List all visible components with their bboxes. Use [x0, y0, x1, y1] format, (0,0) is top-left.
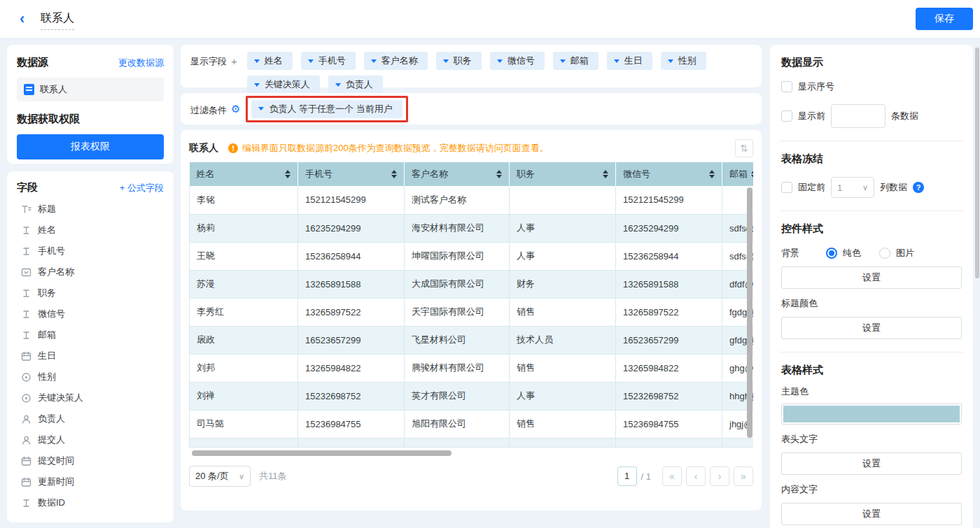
image-radio[interactable]	[879, 248, 890, 259]
sort-carets-icon[interactable]	[391, 170, 397, 178]
field-item[interactable]: 更新时间	[17, 471, 164, 492]
table-vertical-scrollbar[interactable]	[747, 187, 752, 438]
field-item[interactable]: 职务	[17, 283, 164, 304]
help-icon[interactable]: ?	[913, 182, 924, 193]
datasource-item[interactable]: 联系人	[17, 78, 164, 101]
solid-color-label: 纯色	[843, 247, 861, 259]
table-row[interactable]: 李秀红13265897522天宇国际有限公司销售13265897522fgdgf…	[190, 298, 754, 326]
table-horizontal-scrollbar[interactable]	[189, 450, 753, 456]
table-row[interactable]: 王晓15236258944坤曜国际有限公司人事15236258944sdfs@1	[190, 242, 754, 270]
content-text-set-button[interactable]: 设置	[781, 503, 962, 525]
field-item[interactable]: 生日	[17, 345, 164, 366]
sort-carets-icon[interactable]	[709, 170, 715, 178]
warning-icon: !	[228, 143, 238, 153]
add-formula-field-link[interactable]: + 公式字段	[120, 182, 164, 194]
display-field-tag[interactable]: 职务	[436, 52, 482, 70]
add-display-field-icon[interactable]: +	[231, 55, 237, 80]
field-item[interactable]: 性别	[17, 366, 164, 387]
last-page-button[interactable]: »	[734, 466, 753, 486]
table-body: 李铭152121545299测试客户名称152121545299杨莉162352…	[190, 186, 754, 448]
current-page-input[interactable]: 1	[617, 466, 637, 486]
title-color-set-button[interactable]: 设置	[781, 317, 962, 339]
column-header[interactable]: 姓名	[190, 162, 298, 186]
next-page-button[interactable]: ›	[710, 466, 729, 486]
member-field-icon	[21, 414, 31, 424]
save-button[interactable]: 保存	[916, 8, 973, 30]
display-field-tag[interactable]: 手机号	[301, 52, 356, 70]
chevron-down-icon: ∨	[862, 183, 868, 192]
first-page-button[interactable]: «	[662, 466, 682, 486]
display-field-tag[interactable]: 性别	[661, 52, 706, 70]
sort-carets-icon[interactable]	[751, 170, 753, 178]
datasource-heading: 数据源	[17, 56, 48, 69]
freeze-checkbox[interactable]	[781, 182, 792, 193]
sort-carets-icon[interactable]	[603, 170, 608, 178]
field-item[interactable]: 微信号	[17, 304, 164, 324]
field-item[interactable]: 提交时间	[17, 450, 164, 471]
column-header[interactable]: 职务	[510, 162, 616, 186]
display-field-tag[interactable]: 姓名	[247, 52, 293, 70]
background-set-button[interactable]: 设置	[781, 266, 962, 289]
display-field-tag[interactable]: 关键决策人	[247, 76, 320, 94]
preview-table: 姓名手机号客户名称职务微信号邮箱 李铭152121545299测试客户名称152…	[189, 162, 753, 448]
gear-icon[interactable]: ⚙	[231, 103, 240, 115]
field-item[interactable]: 客户名称	[17, 262, 164, 283]
field-item[interactable]: 姓名	[17, 220, 164, 241]
title-color-label: 标题颜色	[781, 297, 962, 310]
field-item[interactable]: 提交人	[17, 429, 164, 450]
title-field-icon	[21, 204, 31, 215]
sort-order-icon[interactable]: ⇅	[735, 139, 753, 157]
display-field-tag[interactable]: 客户名称	[364, 52, 428, 70]
column-header[interactable]: 微信号	[616, 162, 722, 186]
display-field-tag[interactable]: 生日	[607, 52, 652, 70]
show-first-checkbox[interactable]	[781, 110, 792, 122]
datasource-panel: 数据源 更改数据源 联系人 数据获取权限 报表权限	[7, 45, 174, 164]
table-row[interactable]	[190, 438, 754, 448]
field-item[interactable]: 关键决策人	[17, 387, 164, 408]
back-icon[interactable]: ‹	[20, 10, 24, 27]
date-field-icon	[21, 456, 31, 466]
table-row[interactable]: 李铭152121545299测试客户名称152121545299	[190, 186, 754, 214]
sort-carets-icon[interactable]	[285, 170, 290, 178]
display-field-tag[interactable]: 邮箱	[553, 52, 598, 70]
change-datasource-link[interactable]: 更改数据源	[118, 57, 164, 69]
freeze-count-select[interactable]: 1 ∨	[831, 177, 874, 198]
table-row[interactable]: 苏漫13265891588大成国际有限公司财务13265891588dfdf@1	[190, 270, 754, 298]
show-first-suffix: 条数据	[891, 110, 918, 122]
field-item[interactable]: 负责人	[17, 408, 164, 429]
field-item[interactable]: 标题	[17, 199, 164, 220]
column-header[interactable]: 手机号	[298, 162, 405, 186]
prev-page-button[interactable]: ‹	[686, 466, 706, 486]
table-row[interactable]: 扆政16523657299飞星材料公司技术人员16523657299gfdg@1	[190, 326, 754, 354]
show-first-count-input[interactable]	[831, 104, 886, 128]
column-header[interactable]: 客户名称	[405, 162, 510, 186]
window-scrollbar[interactable]	[975, 48, 979, 278]
chevron-down-icon	[254, 59, 260, 63]
fields-heading: 字段	[17, 181, 38, 194]
sort-carets-icon[interactable]	[496, 170, 502, 178]
theme-color-swatch[interactable]	[781, 404, 962, 424]
header-text-set-button[interactable]: 设置	[781, 452, 962, 475]
filter-condition-tag[interactable]: 负责人 等于任意一个 当前用户	[251, 100, 402, 118]
table-row[interactable]: 杨莉16235294299海安材料有限公司人事16235294299sdfsd@	[190, 214, 754, 242]
table-row[interactable]: 刘邦13265984822腾骏材料有限公司销售13265984822ghg@16	[190, 354, 754, 382]
field-item[interactable]: 数据ID	[17, 492, 164, 513]
show-index-checkbox[interactable]	[781, 81, 792, 92]
freeze-suffix: 列数据	[880, 181, 907, 194]
display-field-tag[interactable]: 微信号	[490, 52, 545, 70]
text-field-icon	[21, 309, 31, 320]
column-header[interactable]: 邮箱	[722, 162, 754, 186]
display-field-tag[interactable]: 负责人	[328, 76, 383, 94]
field-item[interactable]: 手机号	[17, 241, 164, 262]
chevron-down-icon	[668, 59, 673, 63]
solid-color-radio[interactable]	[826, 248, 837, 259]
radio-field-icon	[21, 393, 31, 404]
radio-field-icon	[21, 372, 31, 383]
table-row[interactable]: 司马懿15236984755旭阳有限公司销售15236984755jhgj@16	[190, 410, 754, 438]
field-item[interactable]: 邮箱	[17, 324, 164, 345]
filter-panel: 过滤条件 ⚙ 负责人 等于任意一个 当前用户	[181, 93, 762, 124]
table-row[interactable]: 刘禅15232698752英才有限公司人事15232698752hhgh@	[190, 382, 754, 410]
page-of-label: / 1	[641, 471, 651, 482]
report-permission-button[interactable]: 报表权限	[17, 134, 164, 159]
page-size-select[interactable]: 20 条/页 ∨	[189, 466, 251, 487]
